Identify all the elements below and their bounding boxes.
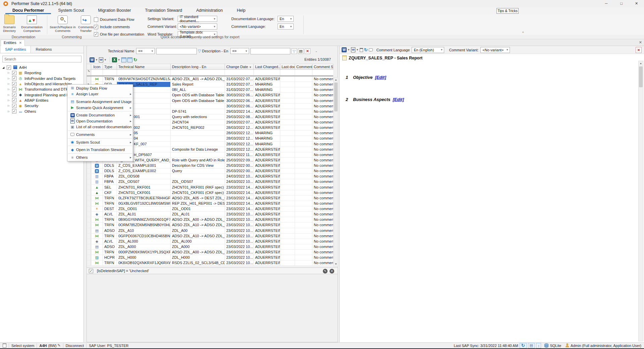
- cell-technical-name[interactable]: ZDL_ODS08: [117, 174, 171, 179]
- column-header-type[interactable]: Type: [103, 64, 117, 69]
- cell-technical-name[interactable]: 0B9VW7KSHOSDTZN3VMEL5AF4: [117, 77, 171, 82]
- cell-technical-name[interactable]: 000IPZM09X9W0X1YPL3SQXP2F: [117, 250, 171, 255]
- tree-expander-icon[interactable]: ▷: [7, 94, 11, 96]
- language-select[interactable]: En▼: [278, 23, 294, 30]
- tree-checkbox[interactable]: ✓: [12, 98, 16, 102]
- section-edit-link[interactable]: [Edit]: [393, 97, 404, 102]
- cell-technical-name[interactable]: 0GFPD0367CD10CBHD465BNU5: [117, 234, 171, 239]
- grid-row[interactable]: ▲SELZHCNT01_RKF001ZHCNT01_RKF001 (RKF sp…: [87, 185, 333, 190]
- comment-variant-select[interactable]: <No variant>▼: [480, 47, 510, 53]
- tab-close-icon[interactable]: ✕: [19, 41, 22, 45]
- language-select[interactable]: En▼: [278, 16, 294, 22]
- tree-expander-icon[interactable]: ▷: [7, 77, 11, 80]
- search-input[interactable]: [2, 56, 81, 62]
- filterbar-chevron-icon[interactable]: ⌄: [315, 49, 318, 53]
- filter-op2-select[interactable]: ==▼: [230, 48, 249, 54]
- menu-tab-system-scout[interactable]: System Scout: [51, 7, 91, 14]
- tab-entities[interactable]: Entities✕: [1, 40, 25, 46]
- scenario-directory-button[interactable]: Scenario Directory: [1, 15, 17, 35]
- menu-item-open-in-translation-steward[interactable]: ◆Open in Translation Steward: [67, 147, 133, 153]
- merge-button[interactable]: ↕: [536, 343, 541, 348]
- grid-row[interactable]: ▥FBPAZDL_ODS07ZDL_ODS0724/03/2022 10...A…: [87, 179, 333, 185]
- column-header-conf[interactable]: Comment Conf...: [295, 64, 312, 69]
- close-detail-icon[interactable]: ✕: [636, 47, 642, 53]
- autofilter-cell[interactable]: [91, 70, 103, 75]
- documentation-comparison-button[interactable]: ▲▼ Documentation Comparison: [18, 15, 46, 35]
- document-area-close-icon[interactable]: ✕: [639, 40, 642, 45]
- scroll-thumb[interactable]: [334, 83, 338, 111]
- tree-item-infoprovider-and-data-targets[interactable]: ▷✓◎InfoProvider and Data Targets: [0, 76, 84, 81]
- menu-tab-docu-performer[interactable]: Docu Performer: [5, 7, 51, 14]
- grid-row[interactable]: ▨HCPRZDL_H000ZDL_H00023/03/2022 10...ADU…: [87, 255, 333, 260]
- menu-item-comments[interactable]: Comments▸: [67, 132, 133, 138]
- cell-technical-name[interactable]: 0K8XDB92QXNKRXF1JQ6RXWX8: [117, 260, 171, 265]
- autofilter-cell[interactable]: [254, 70, 280, 75]
- menu-tab-translation-steward[interactable]: Translation Steward: [138, 7, 189, 14]
- comment-language-select[interactable]: En (English)▼: [412, 47, 444, 53]
- cell-technical-name[interactable]: Z_CDS_EXAMPLE001: [117, 163, 171, 168]
- grid-row[interactable]: ▤ADSOZDL_A000ZDL_A00023/03/2022 10...ADU…: [87, 244, 333, 250]
- cell-technical-name[interactable]: Z_CDS_EXAMPLE002: [117, 168, 171, 173]
- filter-editor-icon[interactable]: ▤: [298, 48, 304, 54]
- maximize-button[interactable]: □: [614, 0, 629, 7]
- grid-row[interactable]: DDDLSZ_CDS_EXAMPLE002Query25/03/2022 00.…: [87, 168, 333, 174]
- tree-expander-icon[interactable]: ▷: [7, 83, 11, 85]
- edit-filter-icon[interactable]: ✎: [323, 269, 328, 273]
- checkbox-icon[interactable]: [94, 17, 98, 22]
- menu-item-open-documentation[interactable]: WOpen Documentation▸: [67, 118, 133, 124]
- close-filter-icon[interactable]: ✕: [330, 269, 334, 273]
- cell-technical-name[interactable]: ZDL_OD01: [117, 206, 171, 211]
- tree-checkbox[interactable]: ✓: [12, 71, 16, 75]
- filter-value1-input[interactable]: [156, 48, 197, 54]
- menu-item-list-of-all-created-documentations[interactable]: ▣List of all created documentations: [67, 124, 133, 130]
- grid-layout-button[interactable]: [127, 57, 132, 62]
- tree-expander-icon[interactable]: ▷: [7, 99, 11, 102]
- menu-item-scenario-quick-assignment[interactable]: ▶Scenario Quick Assignment▸: [67, 105, 133, 111]
- ribbon-collapse-icon[interactable]: ^: [520, 32, 526, 36]
- grid-vertical-scrollbar[interactable]: ▲ ▼: [334, 77, 338, 267]
- column-header-desc[interactable]: Description long - En: [171, 64, 225, 69]
- tree-expander-icon[interactable]: ◢: [1, 66, 5, 69]
- cell-technical-name[interactable]: ZDL_A000: [117, 244, 171, 249]
- close-button[interactable]: ✕: [629, 0, 644, 7]
- autofilter-cell[interactable]: [103, 70, 117, 75]
- autofilter-cell[interactable]: [295, 70, 312, 75]
- comments-transfer-button[interactable]: ↪ Comments Transfer: [77, 15, 95, 35]
- grid-row[interactable]: ⋈TRFN0B9GGY6NNMZJV0SO601QF7D6ADSO ZDL_A0…: [87, 217, 333, 222]
- search-replace-comments-button[interactable]: Search/Replace in Comments: [49, 15, 76, 35]
- autofilter-cell[interactable]: [280, 70, 295, 75]
- field-select[interactable]: <No variant>▼: [178, 23, 217, 30]
- detail-doc-button[interactable]: W▼: [351, 47, 359, 52]
- detail-scroll-up-icon[interactable]: ▲: [639, 61, 643, 66]
- filter-footer-checkbox[interactable]: ✓: [89, 269, 93, 273]
- filter-op1-select[interactable]: ==▼: [136, 48, 155, 54]
- grid-row[interactable]: ⋈TRFN0ORM785ZD6M5NB5NB0Y0HL7FADSO ZDL_A1…: [87, 222, 333, 228]
- tree-checkbox[interactable]: ✓: [12, 87, 16, 92]
- cell-technical-name[interactable]: 0B9GGY6NNMZJV0SO601QF7D6: [117, 217, 171, 222]
- scroll-down-icon[interactable]: ▼: [334, 262, 338, 266]
- tree-item-reporting[interactable]: ▷✓▦Reporting: [0, 70, 84, 76]
- grid-row[interactable]: ⋈TRFN0GFPD0367CD10CBHD465BNU5ADSO ZDL_A1…: [87, 234, 333, 239]
- menu-item-assign-layer[interactable]: ≡Assign Layer▸: [67, 91, 133, 97]
- disconnect-button[interactable]: Disconnect: [66, 344, 84, 348]
- grid-save-layout-button[interactable]: [121, 57, 126, 62]
- menu-item-others[interactable]: ≡Others▸: [67, 154, 133, 160]
- detail-scrollbar[interactable]: ▲: [638, 61, 643, 341]
- field-select[interactable]: IT standard document...▼: [178, 16, 217, 22]
- menu-item-system-scout[interactable]: ◉System Scout▸: [67, 139, 133, 145]
- detail-word-button[interactable]: W▼: [342, 47, 350, 52]
- grid-row[interactable]: ⋈TRFN000IPZM09X9W0X1YPL3SQXP2FADSO ZDL_A…: [87, 250, 333, 255]
- grid-row[interactable]: ◈ALVLZDL_AL000ZDL_AL00023/03/2022 10...A…: [87, 239, 333, 244]
- ribbon-checkbox-1[interactable]: ✓Include comments: [94, 24, 130, 30]
- detail-scroll-thumb[interactable]: [639, 66, 643, 87]
- tree-checkbox[interactable]: ✓: [12, 82, 16, 86]
- sync-now-button[interactable]: ↻: [520, 343, 527, 348]
- tree-item-a4h[interactable]: ◢✓A4H: [0, 65, 84, 70]
- tree-checkbox[interactable]: ✓: [12, 93, 16, 97]
- autofilter-cell[interactable]: [225, 70, 254, 75]
- ribbon-checkbox-0[interactable]: Document Data Flow: [94, 17, 134, 22]
- menu-item-display-data-flow[interactable]: ⊞Display Data Flow: [67, 85, 133, 91]
- cell-technical-name[interactable]: ZDL_H000: [117, 255, 171, 260]
- grid-row[interactable]: ⋈TRFN0LZFKT9ZTTBC8UEE7RHHGFDGFADSO ZDL_A…: [87, 196, 333, 201]
- cell-technical-name[interactable]: ZHCNT01_CKF001: [117, 190, 171, 195]
